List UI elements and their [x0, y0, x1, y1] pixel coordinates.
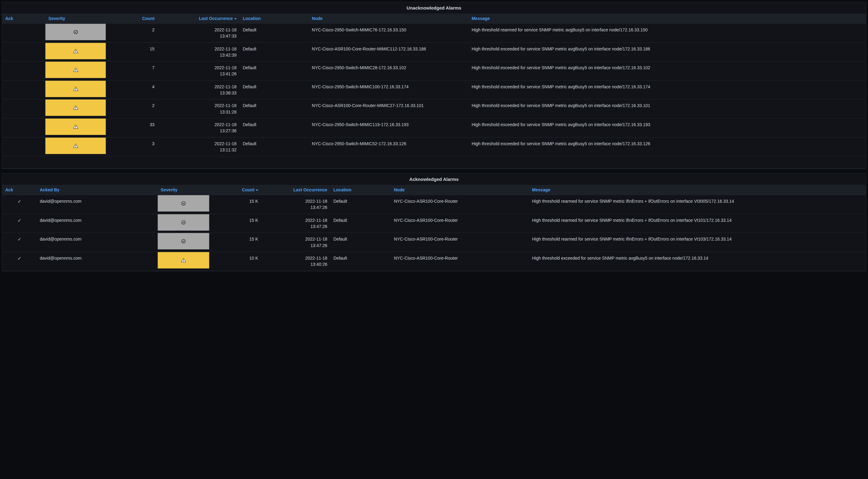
svg-rect-11 — [75, 145, 76, 146]
table-row[interactable]: ✓david@opennms.com15 K2022-11-1813:47:26… — [2, 233, 866, 252]
cell-message: High threshold exceeded for service SNMP… — [468, 42, 866, 62]
cell-message: High threshold exceeded for service SNMP… — [468, 62, 866, 81]
cell-severity — [45, 137, 105, 156]
cell-node: NYC-Cisco-ASR100-Core-Router — [391, 195, 529, 214]
cell-acked-by: david@opennms.com — [37, 195, 158, 214]
col-count[interactable]: Count — [106, 13, 158, 24]
cell-count: 4 — [106, 80, 158, 99]
cell-ack — [2, 80, 45, 99]
table-row[interactable]: 72022-11-1813:41:26DefaultNYC-Cisco-2950… — [2, 62, 866, 81]
cell-last-occurrence: 2022-11-1813:31:28 — [158, 99, 240, 119]
cell-node: NYC-Cisco-2950-Switch-MIMIC52-172.16.33.… — [309, 137, 468, 156]
cell-node: NYC-Cisco-2950-Switch-MIMIC28-172.16.33.… — [309, 62, 468, 81]
svg-rect-3 — [75, 69, 76, 70]
table-row[interactable]: 152022-11-1813:42:39DefaultNYC-Cisco-ASR… — [2, 42, 866, 62]
cell-location: Default — [330, 195, 391, 214]
cell-node: NYC-Cisco-ASR100-Core-Router — [391, 214, 529, 233]
svg-rect-7 — [75, 107, 76, 108]
table-row[interactable]: ✓david@opennms.com10 K2022-11-1813:40:26… — [2, 252, 866, 271]
col-location[interactable]: Location — [330, 185, 391, 195]
sort-caret-down-icon — [256, 190, 258, 191]
cell-node: NYC-Cisco-ASR100-Core-Router-MIMIC112-17… — [309, 42, 468, 62]
col-ack[interactable]: Ack — [2, 185, 37, 195]
cell-message: High threshold exceeded for service SNMP… — [468, 118, 866, 137]
acknowledged-alarms-table: Ack Acked By Severity Count Last Occurre… — [2, 185, 866, 271]
cell-message: High threshold rearmed for service SNMP … — [529, 195, 866, 214]
cell-acked-by: david@opennms.com — [37, 214, 158, 233]
cell-last-occurrence: 2022-11-1813:40:26 — [261, 252, 330, 271]
col-acked-by[interactable]: Acked By — [37, 185, 158, 195]
cell-message: High threshold rearmed for service SNMP … — [529, 214, 866, 233]
cell-count: 33 — [106, 118, 158, 137]
table-header-row: Ack Acked By Severity Count Last Occurre… — [2, 185, 866, 195]
cell-location: Default — [240, 99, 309, 119]
cell-severity — [45, 42, 105, 62]
panel-title: Acknowledged Alarms — [2, 173, 866, 185]
panel-title: Unacknowledged Alarms — [2, 2, 866, 13]
col-count[interactable]: Count — [209, 185, 261, 195]
unacknowledged-alarms-table: Ack Severity Count Last Occurrence Locat… — [2, 13, 866, 168]
cell-location: Default — [240, 137, 309, 156]
cell-message: High threshold exceeded for service SNMP… — [468, 137, 866, 156]
table-row[interactable]: 22022-11-1813:31:28DefaultNYC-Cisco-ASR1… — [2, 99, 866, 119]
cell-count: 15 K — [209, 214, 261, 233]
table-row[interactable]: 22022-11-1813:47:33DefaultNYC-Cisco-2950… — [2, 24, 866, 43]
check-circle-icon — [181, 200, 186, 206]
cell-location: Default — [240, 118, 309, 137]
cell-message: High threshold exceeded for service SNMP… — [468, 80, 866, 99]
check-circle-icon — [181, 220, 186, 225]
col-node[interactable]: Node — [391, 185, 529, 195]
warning-triangle-icon — [73, 105, 79, 110]
warning-triangle-icon — [73, 67, 79, 73]
cell-location: Default — [240, 24, 309, 43]
svg-point-0 — [74, 30, 78, 34]
cell-ack: ✓ — [2, 214, 37, 233]
table-row[interactable]: ✓david@opennms.com15 K2022-11-1813:47:26… — [2, 195, 866, 214]
cell-message: High threshold exceeded for service SNMP… — [468, 99, 866, 119]
cell-last-occurrence: 2022-11-1813:11:32 — [158, 137, 240, 156]
cell-count: 15 — [106, 42, 158, 62]
col-severity[interactable]: Severity — [45, 13, 105, 24]
cell-ack: ✓ — [2, 195, 37, 214]
cell-node: NYC-Cisco-ASR100-Core-Router — [391, 233, 529, 252]
cell-last-occurrence: 2022-11-1813:47:26 — [261, 214, 330, 233]
table-row[interactable]: 42022-11-1813:38:33DefaultNYC-Cisco-2950… — [2, 80, 866, 99]
cell-severity — [45, 118, 105, 137]
svg-rect-16 — [183, 260, 184, 261]
cell-severity — [45, 24, 105, 43]
cell-severity — [158, 252, 209, 271]
cell-message: High threshold exceeded for service SNMP… — [529, 252, 866, 271]
table-row[interactable]: 332022-11-1813:27:36DefaultNYC-Cisco-295… — [2, 118, 866, 137]
svg-rect-4 — [75, 71, 76, 71]
warning-triangle-icon — [73, 86, 79, 92]
svg-rect-17 — [183, 261, 184, 262]
svg-rect-8 — [75, 108, 76, 109]
cell-last-occurrence: 2022-11-1813:42:39 — [158, 42, 240, 62]
col-last-occurrence[interactable]: Last Occurrence — [158, 13, 240, 24]
col-location[interactable]: Location — [240, 13, 309, 24]
warning-triangle-icon — [181, 257, 186, 263]
col-last-occurrence[interactable]: Last Occurrence — [261, 185, 330, 195]
col-message[interactable]: Message — [468, 13, 866, 24]
col-severity[interactable]: Severity — [158, 185, 209, 195]
col-message[interactable]: Message — [529, 185, 866, 195]
col-last-occurrence-label: Last Occurrence — [199, 16, 233, 21]
cell-ack — [2, 118, 45, 137]
svg-rect-1 — [75, 50, 76, 52]
cell-ack — [2, 137, 45, 156]
warning-triangle-icon — [73, 143, 79, 149]
warning-triangle-icon — [73, 48, 79, 54]
cell-count: 2 — [106, 24, 158, 43]
unacknowledged-alarms-panel: Unacknowledged Alarms Ack Severity Count… — [2, 2, 866, 169]
svg-rect-9 — [75, 126, 76, 127]
svg-point-14 — [182, 221, 185, 224]
table-row[interactable]: ✓david@opennms.com15 K2022-11-1813:47:26… — [2, 214, 866, 233]
cell-count: 3 — [106, 137, 158, 156]
table-row[interactable]: 32022-11-1813:11:32DefaultNYC-Cisco-2950… — [2, 137, 866, 156]
cell-ack: ✓ — [2, 252, 37, 271]
svg-rect-12 — [75, 147, 76, 147]
col-ack[interactable]: Ack — [2, 13, 45, 24]
col-node[interactable]: Node — [309, 13, 468, 24]
cell-last-occurrence: 2022-11-1813:38:33 — [158, 80, 240, 99]
cell-message: High threshold rearmed for service SNMP … — [529, 233, 866, 252]
